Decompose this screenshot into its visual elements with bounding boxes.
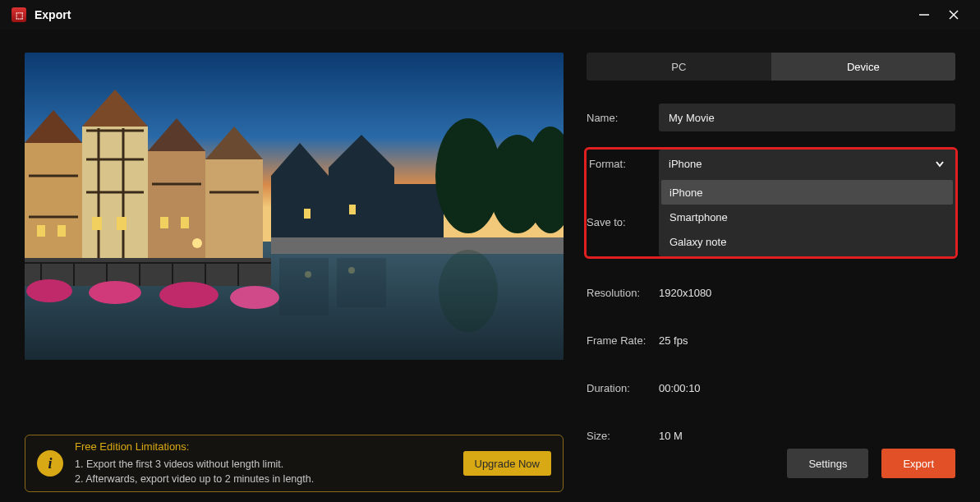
format-dropdown: iPhone Smartphone Galaxy note — [659, 177, 955, 256]
video-preview — [25, 53, 564, 360]
svg-rect-5 — [271, 176, 329, 242]
svg-rect-37 — [304, 209, 311, 219]
svg-rect-38 — [349, 205, 356, 214]
app-icon: ⬚ — [12, 7, 26, 22]
title-bar: ⬚ Export — [0, 0, 980, 30]
format-label: Format: — [587, 158, 659, 170]
upgrade-promo: i Free Edition Limitations: 1. Export th… — [25, 435, 564, 492]
name-input[interactable] — [659, 104, 955, 131]
info-icon: i — [37, 450, 63, 477]
promo-line-2: 2. Afterwards, export video up to 2 minu… — [75, 472, 452, 486]
svg-rect-20 — [205, 159, 263, 258]
svg-rect-54 — [337, 258, 386, 307]
promo-text: Free Edition Limitations: 1. Export the … — [75, 440, 452, 486]
svg-rect-31 — [92, 217, 102, 230]
svg-rect-35 — [160, 217, 168, 228]
settings-button[interactable]: Settings — [787, 449, 868, 478]
svg-rect-34 — [58, 225, 66, 237]
close-icon — [948, 9, 959, 21]
svg-rect-32 — [117, 217, 127, 230]
format-option-galaxy-note[interactable]: Galaxy note — [661, 229, 953, 254]
format-selected-value: iPhone — [669, 158, 702, 170]
upgrade-button[interactable]: Upgrade Now — [463, 451, 552, 476]
svg-rect-53 — [279, 258, 329, 315]
svg-rect-13 — [271, 237, 564, 254]
tab-device[interactable]: Device — [771, 53, 956, 81]
name-label: Name: — [587, 112, 659, 124]
resolution-value: 1920x1080 — [659, 287, 711, 299]
duration-value: 00:00:10 — [659, 382, 701, 394]
export-settings-panel: PC Device Name: Format: iPhone iPhone Sm… — [587, 49, 955, 474]
promo-line-1: 1. Export the first 3 videos without len… — [75, 457, 452, 472]
svg-point-56 — [305, 271, 311, 278]
format-option-iphone[interactable]: iPhone — [661, 180, 953, 205]
footer: i Free Edition Limitations: 1. Export th… — [0, 425, 980, 502]
svg-point-57 — [348, 267, 355, 274]
format-highlight-box: Format: iPhone iPhone Smartphone Galaxy … — [584, 147, 958, 259]
tab-pc[interactable]: PC — [587, 53, 771, 81]
svg-rect-9 — [394, 184, 444, 242]
close-button[interactable] — [939, 0, 968, 30]
export-button[interactable]: Export — [881, 449, 955, 478]
svg-point-55 — [439, 250, 498, 332]
format-option-smartphone[interactable]: Smartphone — [661, 205, 953, 229]
format-select[interactable]: iPhone — [659, 150, 955, 177]
frame-rate-value: 25 fps — [659, 334, 688, 347]
svg-rect-36 — [181, 217, 189, 228]
frame-rate-label: Frame Rate: — [587, 334, 659, 347]
svg-point-49 — [89, 281, 141, 304]
promo-title: Free Edition Limitations: — [75, 440, 452, 455]
target-tabs: PC Device — [587, 53, 955, 81]
chevron-down-icon — [934, 158, 945, 169]
duration-label: Duration: — [587, 382, 659, 394]
minimize-button[interactable] — [909, 0, 939, 30]
svg-rect-7 — [329, 168, 394, 242]
window-title: Export — [35, 8, 71, 21]
svg-rect-14 — [25, 143, 82, 258]
svg-point-50 — [159, 282, 219, 308]
minimize-icon — [918, 9, 930, 21]
resolution-label: Resolution: — [587, 287, 659, 299]
svg-point-52 — [192, 238, 202, 248]
svg-point-48 — [26, 279, 72, 302]
svg-rect-33 — [37, 225, 45, 237]
svg-point-51 — [230, 286, 279, 309]
